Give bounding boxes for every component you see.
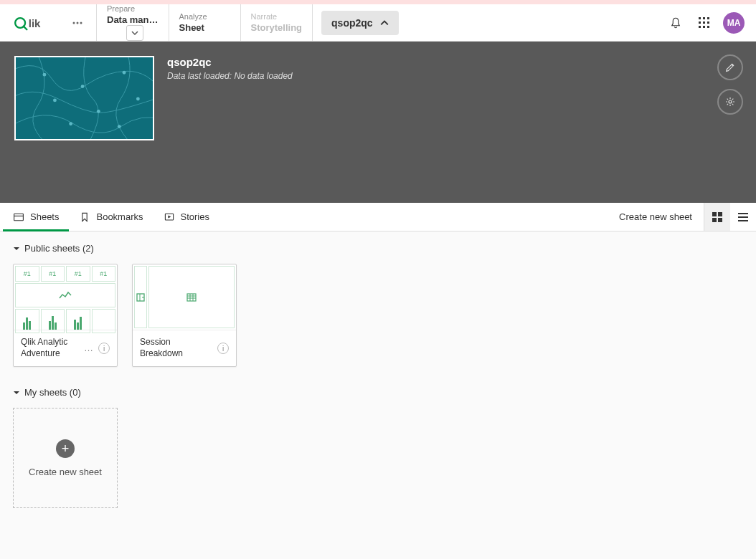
create-new-sheet-card[interactable]: + Create new sheet <box>13 408 118 508</box>
sheet-card-qlik-analytic-adventure[interactable]: #1 #1 #1 #1 Qlik Analytic Adventure … i <box>13 264 118 367</box>
prepare-dropdown-button[interactable] <box>126 25 143 41</box>
app-thumbnail <box>14 56 154 140</box>
svg-point-23 <box>118 125 121 128</box>
sheet-card-session-breakdown[interactable]: Session Breakdown i <box>132 264 237 367</box>
list-view-icon <box>737 211 749 223</box>
nav-tab-narrate[interactable]: Narrate Storytelling <box>240 4 313 41</box>
svg-point-16 <box>43 73 47 77</box>
create-card-label: Create new sheet <box>29 467 102 477</box>
pencil-icon <box>724 62 736 73</box>
line-chart-icon <box>15 283 115 307</box>
sheet-card-more-button[interactable]: … <box>84 343 94 355</box>
svg-rect-12 <box>699 26 701 28</box>
sheets-sub-nav: Sheets Bookmarks Stories Create new shee… <box>0 203 756 231</box>
app-settings-button[interactable] <box>717 89 743 115</box>
nav-narrate-main: Storytelling <box>251 22 303 33</box>
app-launcher-button[interactable] <box>690 4 719 41</box>
more-horizontal-icon <box>72 17 83 29</box>
global-menu-button[interactable] <box>65 4 90 41</box>
svg-rect-36 <box>187 294 196 301</box>
sheets-icon <box>13 211 24 223</box>
svg-rect-25 <box>14 214 24 221</box>
kpi-tile: #1 <box>41 266 65 282</box>
my-sheets-label: My sheets (0) <box>24 387 81 398</box>
public-sheets-section-header[interactable]: Public sheets (2) <box>13 243 743 254</box>
filter-pane-icon <box>134 266 147 328</box>
public-sheets-row: #1 #1 #1 #1 Qlik Analytic Adventure … i <box>13 264 743 367</box>
svg-rect-6 <box>699 17 701 19</box>
subtab-sheets[interactable]: Sheets <box>3 203 69 231</box>
bar-chart-icon <box>41 309 65 333</box>
sheet-title: Session Breakdown <box>140 337 213 359</box>
svg-rect-9 <box>699 22 701 24</box>
app-info: qsop2qc Data last loaded: No data loaded <box>167 56 293 188</box>
user-avatar[interactable]: MA <box>723 12 745 34</box>
qlik-logo[interactable]: lik <box>0 4 65 41</box>
svg-rect-34 <box>738 220 748 221</box>
edit-app-button[interactable] <box>717 54 743 80</box>
create-new-sheet-link[interactable]: Create new sheet <box>608 203 704 231</box>
plus-circle-icon: + <box>56 439 75 458</box>
svg-rect-11 <box>707 22 709 24</box>
grid-view-button[interactable] <box>704 203 730 231</box>
sheet-preview: #1 #1 #1 #1 <box>14 264 117 330</box>
kpi-tile: #1 <box>66 266 90 282</box>
nav-prepare-sup: Prepare <box>107 4 159 13</box>
svg-point-22 <box>69 122 72 125</box>
header-action-buttons <box>717 54 743 115</box>
app-data-load-status: Data last loaded: No data loaded <box>167 71 293 81</box>
subtab-stories-label: Stories <box>181 211 209 222</box>
nav-narrate-sup: Narrate <box>251 12 303 21</box>
svg-rect-32 <box>738 213 748 214</box>
chevron-up-icon <box>380 19 389 27</box>
nav-tab-analyze[interactable]: Analyze Sheet <box>169 4 240 41</box>
subtab-bookmarks-label: Bookmarks <box>96 211 143 222</box>
app-dropdown-button[interactable]: qsop2qc <box>321 11 399 35</box>
subtab-stories[interactable]: Stories <box>153 203 219 231</box>
svg-rect-10 <box>703 22 705 24</box>
list-view-button[interactable] <box>730 203 756 231</box>
svg-text:lik: lik <box>29 16 41 29</box>
nav-analyze-sup: Analyze <box>179 12 230 21</box>
stories-icon <box>164 211 175 223</box>
table-icon <box>148 266 235 328</box>
qlik-logo-svg: lik <box>14 14 56 32</box>
subtab-bookmarks[interactable]: Bookmarks <box>69 203 153 231</box>
svg-rect-28 <box>712 212 717 216</box>
svg-point-18 <box>123 71 126 75</box>
top-nav-bar: lik Prepare Data man… Analyze Sheet Narr… <box>0 4 756 42</box>
caret-down-icon <box>13 389 20 396</box>
sheet-title: Qlik Analytic Adventure <box>21 337 80 359</box>
thumbnail-artwork <box>16 57 153 139</box>
nav-analyze-main: Sheet <box>179 22 230 33</box>
nav-tab-prepare[interactable]: Prepare Data man… <box>96 4 169 41</box>
svg-rect-7 <box>703 17 705 19</box>
svg-point-5 <box>80 22 82 24</box>
svg-rect-15 <box>16 57 151 139</box>
svg-rect-13 <box>703 26 705 28</box>
caret-down-icon <box>13 245 20 252</box>
gear-icon <box>724 96 736 108</box>
info-icon[interactable]: i <box>217 343 229 354</box>
svg-point-24 <box>729 100 732 103</box>
svg-rect-30 <box>712 218 717 222</box>
app-title: qsop2qc <box>167 56 293 68</box>
bell-icon <box>669 16 682 29</box>
view-toggle <box>704 203 756 231</box>
my-sheets-row: + Create new sheet <box>13 408 743 508</box>
svg-rect-14 <box>707 26 709 28</box>
grid-icon <box>698 16 711 29</box>
notifications-button[interactable] <box>661 4 690 41</box>
bar-chart-icon <box>66 309 90 333</box>
svg-point-17 <box>81 85 85 88</box>
bar-chart-icon <box>15 309 39 333</box>
svg-point-4 <box>77 22 79 24</box>
bookmark-icon <box>79 211 90 223</box>
svg-line-1 <box>24 26 27 29</box>
my-sheets-section-header[interactable]: My sheets (0) <box>13 387 743 398</box>
app-dropdown-label: qsop2qc <box>331 17 373 29</box>
svg-point-3 <box>73 22 75 24</box>
kpi-tile: #1 <box>92 266 116 282</box>
info-icon[interactable]: i <box>98 343 110 354</box>
grid-view-icon <box>712 211 723 223</box>
